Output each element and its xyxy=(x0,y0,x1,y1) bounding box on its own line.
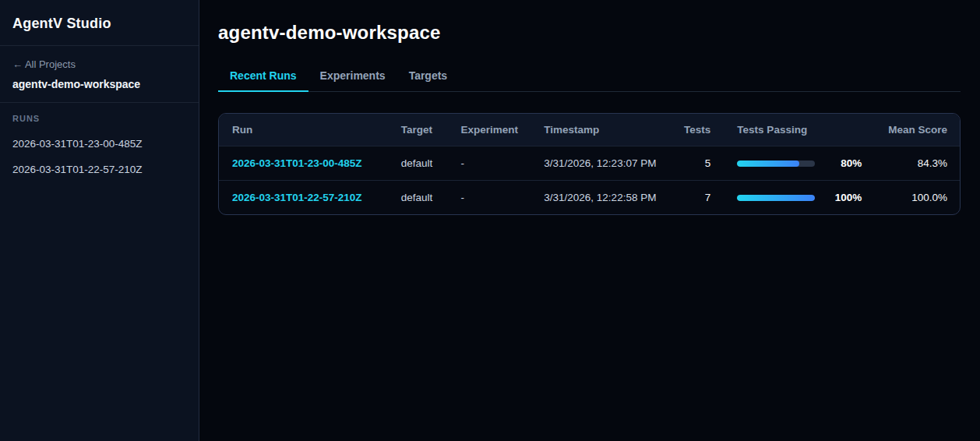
column-header-experiment: Experiment xyxy=(454,114,538,146)
run-cell: 2026-03-31T01-22-57-210Z xyxy=(219,181,395,215)
timestamp-cell: 3/31/2026, 12:23:07 PM xyxy=(538,146,678,181)
column-header-run: Run xyxy=(219,114,395,146)
runs-section: RUNS 2026-03-31T01-23-00-485Z 2026-03-31… xyxy=(0,103,199,193)
column-header-target: Target xyxy=(395,114,455,146)
progress-bar-track xyxy=(737,161,815,167)
column-header-tests-passing: Tests Passing xyxy=(717,114,882,146)
tab-recent-runs[interactable]: Recent Runs xyxy=(218,62,308,92)
sidebar-workspace-name: agentv-demo-workspace xyxy=(12,78,186,90)
run-cell: 2026-03-31T01-23-00-485Z xyxy=(219,146,395,181)
table-header-row: Run Target Experiment Timestamp Tests Te… xyxy=(219,114,960,146)
target-cell: default xyxy=(395,181,455,215)
passing-percent-label: 80% xyxy=(815,157,862,169)
tab-experiments[interactable]: Experiments xyxy=(308,62,397,91)
all-projects-back-link[interactable]: ← All Projects xyxy=(12,58,186,70)
page-title: agentv-demo-workspace xyxy=(218,22,961,44)
table-row: 2026-03-31T01-22-57-210Z default - 3/31/… xyxy=(219,181,960,215)
runs-table-card: Run Target Experiment Timestamp Tests Te… xyxy=(218,113,961,215)
column-header-timestamp: Timestamp xyxy=(538,114,678,146)
tab-bar: Recent Runs Experiments Targets xyxy=(218,62,961,92)
sidebar-run-item[interactable]: 2026-03-31T01-22-57-210Z xyxy=(12,157,186,182)
column-header-mean-score: Mean Score xyxy=(882,114,960,146)
main-content: agentv-demo-workspace Recent Runs Experi… xyxy=(199,0,980,441)
tests-passing-cell: 100% xyxy=(717,181,882,215)
mean-score-cell: 84.3% xyxy=(882,146,960,181)
passing-percent-label: 100% xyxy=(815,192,862,203)
tests-count-cell: 7 xyxy=(678,181,717,215)
tests-count-cell: 5 xyxy=(678,146,717,181)
tab-targets[interactable]: Targets xyxy=(397,62,460,91)
sidebar-header: AgentV Studio xyxy=(0,0,199,46)
sidebar: AgentV Studio ← All Projects agentv-demo… xyxy=(0,0,199,441)
progress-bar-track xyxy=(737,195,815,201)
timestamp-cell: 3/31/2026, 12:22:58 PM xyxy=(538,181,678,215)
sidebar-run-item[interactable]: 2026-03-31T01-23-00-485Z xyxy=(12,131,186,157)
sidebar-nav: ← All Projects agentv-demo-workspace xyxy=(0,46,199,103)
column-header-tests: Tests xyxy=(678,114,717,146)
target-cell: default xyxy=(395,146,455,181)
experiment-cell: - xyxy=(454,146,538,181)
progress-bar-fill xyxy=(737,195,815,201)
experiment-cell: - xyxy=(454,181,538,215)
runs-section-header: RUNS xyxy=(12,114,186,123)
table-row: 2026-03-31T01-23-00-485Z default - 3/31/… xyxy=(219,146,960,181)
runs-table: Run Target Experiment Timestamp Tests Te… xyxy=(219,114,960,214)
run-link[interactable]: 2026-03-31T01-23-00-485Z xyxy=(232,157,362,169)
progress-bar-fill xyxy=(737,161,799,167)
tests-passing-cell: 80% xyxy=(717,146,882,181)
app-title: AgentV Studio xyxy=(12,16,186,32)
run-link[interactable]: 2026-03-31T01-22-57-210Z xyxy=(232,192,362,203)
mean-score-cell: 100.0% xyxy=(882,181,960,215)
